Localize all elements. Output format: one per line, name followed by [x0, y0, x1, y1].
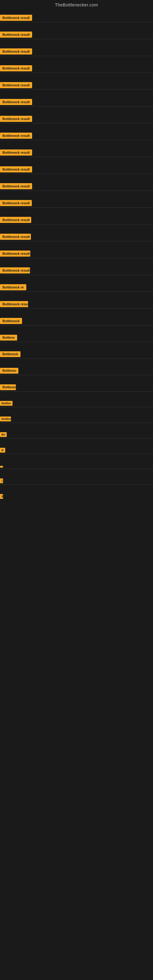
list-separator	[0, 375, 153, 375]
list-separator	[0, 89, 153, 90]
list-item: Bottleneck result	[0, 213, 153, 230]
list-separator	[0, 342, 153, 342]
list-item: |	[0, 475, 153, 490]
list-separator	[0, 173, 153, 174]
bottleneck-badge: Bot	[0, 494, 3, 499]
bottleneck-badge: |	[0, 478, 3, 483]
list-item: Bottleneck result	[0, 162, 153, 180]
list-separator	[0, 157, 153, 157]
list-item	[0, 460, 153, 475]
bottleneck-badge: Bottleneck result	[0, 267, 30, 274]
bottleneck-badge: Bottleneck result	[0, 183, 32, 189]
bottleneck-badge: Bottlen	[0, 401, 13, 406]
list-separator	[0, 258, 153, 258]
list-separator	[0, 207, 153, 208]
list-item: Bottleneck result	[0, 95, 153, 112]
bottleneck-badge: Bottleneck result	[0, 133, 32, 139]
bottleneck-badge: Bottleneck re	[0, 384, 16, 390]
list-item: Bottleneck result	[0, 180, 153, 196]
list-separator	[0, 224, 153, 224]
list-separator	[0, 73, 153, 73]
bottleneck-badge	[0, 466, 3, 468]
bottleneck-badge: Bottleneck result	[0, 99, 32, 105]
bottleneck-badge: Bottleneck result	[0, 234, 31, 240]
list-item: Bottleneck resul	[0, 298, 153, 314]
bottleneck-badge: Bottleneck result	[0, 32, 32, 38]
list-item: Bottleneck	[0, 314, 153, 331]
list-item: Bottleneck result	[0, 129, 153, 146]
list-item: Bottleneck result	[0, 146, 153, 162]
list-separator	[0, 325, 153, 326]
list-item: Bottleneck result	[0, 62, 153, 78]
list-item: Bottleneck	[0, 348, 153, 364]
list-separator	[0, 358, 153, 359]
bottleneck-badge: Bo	[0, 432, 7, 437]
list-item: Bo	[0, 428, 153, 444]
site-title: TheBottlenecker.com	[0, 0, 153, 11]
bottleneck-badge: Bottleneck	[0, 351, 21, 357]
bottleneck-badge: Bottleneck result	[0, 166, 32, 172]
bottleneck-badge: Bottleneck	[0, 417, 11, 422]
bottleneck-badge: Bottleneck re	[0, 284, 26, 290]
bottleneck-badge: Bottleneck	[0, 318, 22, 324]
list-item: Bottleneck re	[0, 280, 153, 298]
list-separator	[0, 407, 153, 407]
bottleneck-badge: Bottleneck result	[0, 48, 32, 54]
list-separator	[0, 423, 153, 423]
site-header: TheBottlenecker.com	[0, 0, 153, 11]
bottleneck-badge: Bottleneck result	[0, 116, 32, 122]
list-separator	[0, 275, 153, 275]
list-separator	[0, 291, 153, 292]
bottleneck-badge: Bottleneck result	[0, 217, 31, 223]
list-item: Bottleneck result	[0, 28, 153, 45]
list-separator	[0, 106, 153, 107]
list-item: Bottleneck result	[0, 112, 153, 129]
list-separator	[0, 469, 153, 469]
list-separator	[0, 191, 153, 191]
bottleneck-list: Bottleneck resultBottleneck resultBottle…	[0, 11, 153, 506]
list-item: Bottleneck result	[0, 78, 153, 95]
list-item: Bottleneck result	[0, 264, 153, 280]
list-item: Bottleneck result	[0, 196, 153, 213]
bottleneck-badge: Bottleneck resul	[0, 301, 28, 307]
list-item: Bottlen	[0, 397, 153, 413]
list-item: B	[0, 444, 153, 460]
list-separator	[0, 22, 153, 22]
list-separator	[0, 39, 153, 39]
list-item: Bottleneck result	[0, 230, 153, 247]
list-item: Bot	[0, 490, 153, 506]
list-item: Bottlenec	[0, 364, 153, 381]
list-item: Bottleneck result	[0, 11, 153, 28]
bottleneck-badge: Bottlenec	[0, 368, 18, 374]
bottleneck-badge: Bottleneck result	[0, 82, 32, 88]
bottleneck-badge: Bottleneck result	[0, 150, 32, 156]
list-item: Bottlene	[0, 331, 153, 348]
list-separator	[0, 438, 153, 439]
list-item: Bottleneck	[0, 413, 153, 428]
bottleneck-badge: Bottleneck result	[0, 250, 30, 257]
bottleneck-badge: Bottleneck result	[0, 65, 32, 72]
list-item: Bottleneck re	[0, 381, 153, 397]
list-separator	[0, 391, 153, 392]
bottleneck-badge: Bottleneck result	[0, 200, 32, 206]
bottleneck-badge: Bottlene	[0, 335, 17, 340]
bottleneck-badge: Bottleneck result	[0, 15, 32, 21]
list-separator	[0, 140, 153, 140]
bottleneck-badge: B	[0, 448, 5, 453]
list-item: Bottleneck result	[0, 45, 153, 62]
list-item: Bottleneck result	[0, 247, 153, 264]
list-separator	[0, 454, 153, 454]
